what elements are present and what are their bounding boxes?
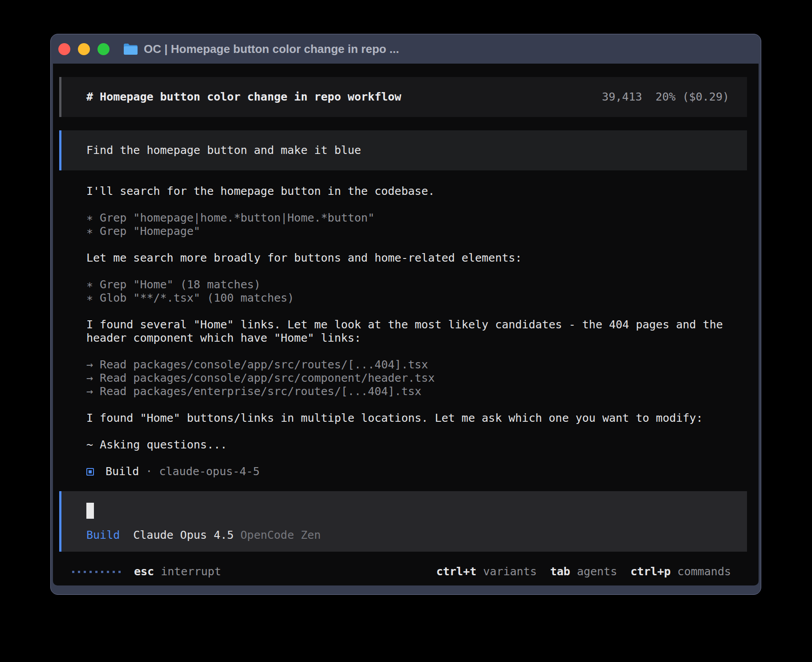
session-header: # Homepage button color change in repo w… — [59, 77, 747, 117]
session-stats: 39,413 20% ($0.29) — [602, 90, 729, 104]
message-line: → Read packages/console/app/src/routes/[… — [86, 358, 747, 371]
working-spinner — [72, 571, 121, 573]
traffic-lights — [58, 43, 110, 55]
minimize-button[interactable] — [78, 43, 90, 55]
blank-line — [86, 198, 747, 211]
spinner-dot — [84, 571, 86, 573]
input-model-label[interactable]: Claude Opus 4.5 — [133, 529, 234, 542]
esc-key: esc — [134, 565, 154, 578]
session-title: # Homepage button color change in repo w… — [86, 90, 401, 104]
agent-build-icon — [86, 468, 94, 476]
message-line: I found "Home" buttons/links in multiple… — [86, 412, 747, 425]
context-cost: 20% ($0.29) — [655, 90, 729, 104]
interrupt-label: interrupt — [161, 565, 221, 578]
message-line: I'll search for the homepage button in t… — [86, 185, 747, 198]
keybinding-hint-commands: ctrl+p commands — [630, 565, 731, 578]
spinner-dot — [107, 571, 109, 573]
message-line: ∗ Grep "homepage|home.*button|Home.*butt… — [86, 211, 747, 225]
input-provider-label: OpenCode Zen — [240, 529, 321, 542]
blank-line — [86, 398, 747, 412]
input-agent-label[interactable]: Build — [86, 529, 120, 542]
conversation-log: I'll search for the homepage button in t… — [59, 185, 747, 478]
spinner-dot — [78, 571, 80, 573]
blank-line — [86, 238, 747, 251]
message-line: → Read packages/console/app/src/componen… — [86, 371, 747, 385]
message-line: header component which have "Home" links… — [86, 331, 747, 345]
keybinding-hint-variants: ctrl+t variants — [436, 565, 537, 578]
message-line: ∗ Grep "Home" (18 matches) — [86, 278, 747, 291]
keybinding-hint-agents: tab agents — [550, 565, 617, 578]
blank-line — [86, 425, 747, 438]
prompt-input[interactable]: Build Claude Opus 4.5 OpenCode Zen — [59, 491, 747, 552]
status-bar: esc interrupt ctrl+t variantstab agentsc… — [59, 564, 747, 579]
terminal-window: OC | Homepage button color change in rep… — [50, 34, 761, 595]
blank-line — [86, 265, 747, 278]
message-line: I found several "Home" links. Let me loo… — [86, 318, 747, 331]
agent-separator: · — [139, 465, 159, 478]
spinner-dot — [101, 571, 103, 573]
token-count: 39,413 — [602, 90, 642, 104]
agent-model: claude-opus-4-5 — [159, 465, 260, 478]
status-left: esc interrupt — [72, 565, 221, 578]
spinner-dot — [118, 571, 121, 573]
message-line: ∗ Glob "**/*.tsx" (100 matches) — [86, 291, 747, 305]
blank-line — [86, 305, 747, 318]
agent-status-line: Build · claude-opus-4-5 — [86, 465, 747, 478]
spinner-dot — [113, 571, 115, 573]
window-titlebar: OC | Homepage button color change in rep… — [51, 34, 761, 64]
message-line: → Read packages/enterprise/src/routes/[.… — [86, 385, 747, 398]
message-line: ∗ Grep "Homepage" — [86, 225, 747, 238]
close-button[interactable] — [58, 43, 70, 55]
text-cursor — [86, 503, 94, 519]
status-right: ctrl+t variantstab agentsctrl+p commands — [436, 565, 731, 578]
message-line: Let me search more broadly for buttons a… — [86, 251, 747, 265]
input-meta: Build Claude Opus 4.5 OpenCode Zen — [86, 529, 747, 542]
blank-line — [86, 452, 747, 465]
interrupt-hint: esc interrupt — [134, 565, 221, 578]
zoom-button[interactable] — [97, 43, 110, 55]
user-message-text: Find the homepage button and make it blu… — [86, 144, 361, 157]
folder-icon — [123, 43, 138, 55]
agent-name: Build — [106, 465, 139, 478]
spinner-dot — [89, 571, 92, 573]
terminal-content: # Homepage button color change in repo w… — [53, 64, 759, 585]
blank-line — [86, 345, 747, 358]
window-title: OC | Homepage button color change in rep… — [144, 42, 399, 56]
message-line: ~ Asking questions... — [86, 438, 747, 452]
spinner-dot — [72, 571, 74, 573]
user-message: Find the homepage button and make it blu… — [59, 130, 747, 170]
spinner-dot — [95, 571, 97, 573]
